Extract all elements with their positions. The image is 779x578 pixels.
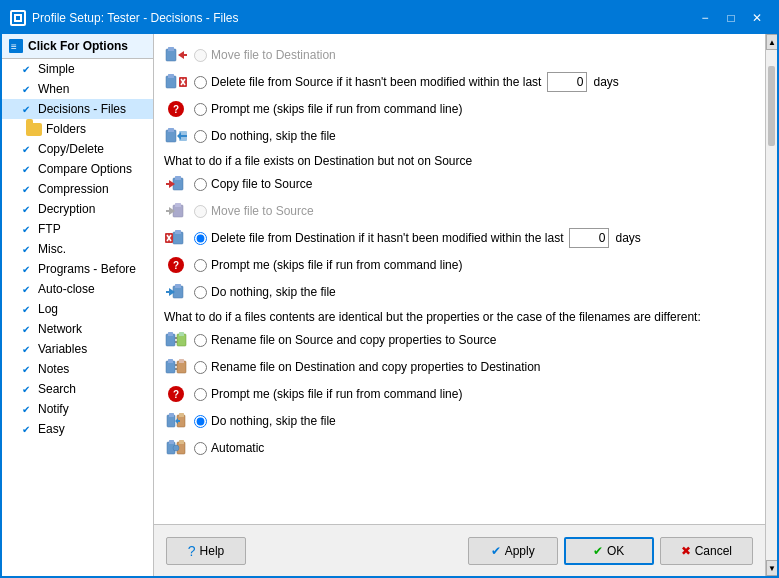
prompt-src-label: Prompt me (skips file if run from comman… xyxy=(211,102,462,116)
sidebar-item-notify[interactable]: ✔ Notify xyxy=(2,399,153,419)
ok-button[interactable]: ✔ OK xyxy=(564,537,654,565)
radio-rename-dest-option[interactable]: Rename file on Destination and copy prop… xyxy=(194,360,541,374)
copy-src-icon xyxy=(164,173,188,195)
copy-src-radio[interactable] xyxy=(194,178,207,191)
automatic-radio[interactable] xyxy=(194,442,207,455)
cancel-button[interactable]: ✖ Cancel xyxy=(660,537,753,565)
svg-rect-55 xyxy=(169,440,174,444)
scroll-down-button[interactable]: ▼ xyxy=(766,560,777,576)
move-src-label: Move file to Source xyxy=(211,204,314,218)
sidebar-item-ftp[interactable]: ✔ FTP xyxy=(2,219,153,239)
sidebar-item-easy[interactable]: ✔ Easy xyxy=(2,419,153,439)
radio-skip-src-option[interactable]: Do nothing, skip the file xyxy=(194,129,336,143)
sidebar-header-icon: ≡ xyxy=(8,38,24,54)
sidebar-item-programs-before[interactable]: ✔ Programs - Before xyxy=(2,259,153,279)
sidebar-item-variables[interactable]: ✔ Variables xyxy=(2,339,153,359)
radio-skip-identical-option[interactable]: Do nothing, skip the file xyxy=(194,414,336,428)
radio-skip-dest-option[interactable]: Do nothing, skip the file xyxy=(194,285,336,299)
rename-source-icon xyxy=(164,329,188,351)
sidebar-item-notes[interactable]: ✔ Notes xyxy=(2,359,153,379)
help-button[interactable]: ? Help xyxy=(166,537,246,565)
prompt-dest-label: Prompt me (skips file if run from comman… xyxy=(211,258,462,272)
sidebar-item-decryption[interactable]: ✔ Decryption xyxy=(2,199,153,219)
radio-prompt-src-option[interactable]: Prompt me (skips file if run from comman… xyxy=(194,102,462,116)
sidebar-item-misc-label: Misc. xyxy=(38,242,66,256)
skip-src-radio[interactable] xyxy=(194,130,207,143)
apply-button[interactable]: ✔ Apply xyxy=(468,537,558,565)
skip-identical-icon xyxy=(164,410,188,432)
delete-dest-label: Delete file from Destination if it hasn'… xyxy=(211,231,563,245)
radio-automatic-option[interactable]: Automatic xyxy=(194,441,264,455)
sidebar-item-decisions-files[interactable]: ✔ Decisions - Files xyxy=(2,99,153,119)
radio-delete-src-option[interactable]: Delete file from Source if it hasn't bee… xyxy=(194,75,541,89)
maximize-button[interactable]: □ xyxy=(719,8,743,28)
sidebar-item-compare-options-label: Compare Options xyxy=(38,162,132,176)
ok-label: OK xyxy=(607,544,624,558)
radio-prompt-identical-option[interactable]: Prompt me (skips file if run from comman… xyxy=(194,387,462,401)
sidebar-item-log-label: Log xyxy=(38,302,58,316)
scrollbar-thumb[interactable] xyxy=(768,66,775,146)
rename-source-label: Rename file on Source and copy propertie… xyxy=(211,333,497,347)
apply-icon: ✔ xyxy=(491,544,501,558)
sidebar-item-compare-options[interactable]: ✔ Compare Options xyxy=(2,159,153,179)
option-row-move-src: Move file to Source xyxy=(164,199,755,223)
radio-copy-src-option[interactable]: Copy file to Source xyxy=(194,177,312,191)
sidebar-header[interactable]: ≡ Click For Options xyxy=(2,34,153,59)
radio-rename-source-option[interactable]: Rename file on Source and copy propertie… xyxy=(194,333,497,347)
delete-dest-radio[interactable] xyxy=(194,232,207,245)
easy-icon: ✔ xyxy=(18,421,34,437)
sidebar-item-folders[interactable]: Folders xyxy=(2,119,153,139)
svg-rect-6 xyxy=(168,47,174,51)
sidebar-item-compression[interactable]: ✔ Compression xyxy=(2,179,153,199)
prompt-dest-radio[interactable] xyxy=(194,259,207,272)
radio-delete-dest-option[interactable]: Delete file from Destination if it hasn'… xyxy=(194,231,563,245)
sidebar-item-copy-delete[interactable]: ✔ Copy/Delete xyxy=(2,139,153,159)
sidebar-item-search-label: Search xyxy=(38,382,76,396)
radio-prompt-dest-option[interactable]: Prompt me (skips file if run from comman… xyxy=(194,258,462,272)
delete-src-days-input[interactable] xyxy=(547,72,587,92)
option-row-prompt-dest: ? Prompt me (skips file if run from comm… xyxy=(164,253,755,277)
sidebar-item-compression-label: Compression xyxy=(38,182,109,196)
sidebar-item-misc[interactable]: ✔ Misc. xyxy=(2,239,153,259)
minimize-button[interactable]: − xyxy=(693,8,717,28)
move-src-radio[interactable] xyxy=(194,205,207,218)
delete-dest-days-input[interactable] xyxy=(569,228,609,248)
skip-dest-radio[interactable] xyxy=(194,286,207,299)
option-row-skip-dest: Do nothing, skip the file xyxy=(164,280,755,304)
rename-dest-radio[interactable] xyxy=(194,361,207,374)
sidebar-item-when[interactable]: ✔ When xyxy=(2,79,153,99)
section1-label: What to do if a file exists on Destinati… xyxy=(164,154,755,168)
move-dest-radio[interactable] xyxy=(194,49,207,62)
notes-icon: ✔ xyxy=(18,361,34,377)
option-row-prompt-src: ? Prompt me (skips file if run from comm… xyxy=(164,97,755,121)
automatic-icon xyxy=(164,437,188,459)
prompt-identical-label: Prompt me (skips file if run from comman… xyxy=(211,387,462,401)
radio-move-src-option[interactable]: Move file to Source xyxy=(194,204,314,218)
sidebar-item-simple[interactable]: ✔ Simple xyxy=(2,59,153,79)
sidebar-item-variables-label: Variables xyxy=(38,342,87,356)
radio-move-dest-option[interactable]: Move file to Destination xyxy=(194,48,336,62)
prompt-identical-radio[interactable] xyxy=(194,388,207,401)
rename-dest-icon xyxy=(164,356,188,378)
svg-rect-38 xyxy=(179,332,184,336)
sidebar-item-log[interactable]: ✔ Log xyxy=(2,299,153,319)
skip-identical-radio[interactable] xyxy=(194,415,207,428)
help-icon: ? xyxy=(188,543,196,559)
title-bar: Profile Setup: Tester - Decisions - File… xyxy=(2,2,777,34)
rename-source-radio[interactable] xyxy=(194,334,207,347)
prompt-src-radio[interactable] xyxy=(194,103,207,116)
programs-before-icon: ✔ xyxy=(18,261,34,277)
variables-icon: ✔ xyxy=(18,341,34,357)
scrollbar[interactable]: ▲ ▼ xyxy=(765,34,777,576)
log-icon: ✔ xyxy=(18,301,34,317)
scroll-up-button[interactable]: ▲ xyxy=(766,34,777,50)
sidebar-item-folders-label: Folders xyxy=(46,122,86,136)
svg-rect-9 xyxy=(168,74,174,78)
sidebar-item-search[interactable]: ✔ Search xyxy=(2,379,153,399)
close-button[interactable]: ✕ xyxy=(745,8,769,28)
skip-dest-icon xyxy=(164,281,188,303)
sidebar-item-network[interactable]: ✔ Network xyxy=(2,319,153,339)
sidebar-item-auto-close[interactable]: ✔ Auto-close xyxy=(2,279,153,299)
skip-src-label: Do nothing, skip the file xyxy=(211,129,336,143)
delete-src-radio[interactable] xyxy=(194,76,207,89)
